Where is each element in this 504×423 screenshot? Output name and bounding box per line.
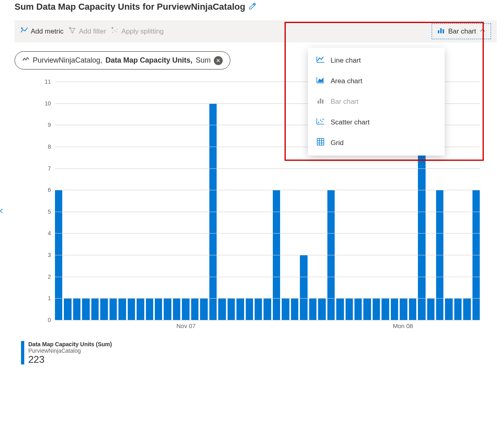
- chart-bar[interactable]: [336, 298, 344, 320]
- chart-bar[interactable]: [409, 298, 416, 320]
- chart-type-dropdown-button[interactable]: Bar chart: [432, 23, 491, 39]
- add-filter-label: Add filter: [79, 27, 106, 36]
- chart-bar[interactable]: [200, 298, 207, 320]
- metric-pill[interactable]: PurviewNinjaCatalog, Data Map Capacity U…: [15, 51, 230, 69]
- chart-bar[interactable]: [128, 298, 135, 320]
- remove-metric-icon[interactable]: ✕: [214, 56, 223, 65]
- grid-line: [55, 255, 480, 255]
- chart-bar[interactable]: [146, 298, 153, 320]
- menu-item-grid[interactable]: Grid: [308, 133, 445, 153]
- edit-title-icon[interactable]: [249, 2, 257, 12]
- y-axis-tick: 7: [39, 165, 51, 172]
- chart-type-label: Bar chart: [448, 27, 476, 36]
- x-axis: Nov 07Mon 08: [55, 320, 480, 332]
- chart-bar[interactable]: [363, 298, 371, 320]
- svg-point-6: [116, 31, 117, 32]
- menu-item-bar-chart: Bar chart: [308, 91, 445, 112]
- filter-plus-icon: [68, 26, 76, 36]
- svg-point-19: [323, 119, 324, 120]
- chart-bar[interactable]: [218, 298, 226, 320]
- chart-bar[interactable]: [427, 298, 434, 320]
- menu-item-line-chart[interactable]: Line chart: [308, 50, 445, 71]
- y-axis-tick: 1: [39, 295, 51, 301]
- line-zigzag-icon: [22, 56, 30, 65]
- apply-splitting-button[interactable]: Apply splitting: [111, 26, 164, 36]
- chart-bar[interactable]: [445, 298, 452, 320]
- grid-line: [55, 190, 480, 190]
- chart-bar[interactable]: [382, 298, 389, 320]
- chart-bar[interactable]: [463, 298, 470, 320]
- legend-value: 223: [28, 354, 112, 365]
- chart-bar[interactable]: [391, 298, 398, 320]
- y-axis-tick: 0: [39, 317, 51, 323]
- svg-point-5: [114, 30, 115, 31]
- svg-rect-11: [440, 28, 441, 34]
- pill-metric: Data Map Capacity Units,: [105, 56, 192, 65]
- chart-toolbar: Add metric Add filter Apply splitting Ba…: [15, 20, 497, 42]
- svg-point-18: [321, 121, 323, 122]
- svg-rect-14: [320, 99, 321, 104]
- page-title-row: Sum Data Map Capacity Units for PurviewN…: [15, 2, 504, 12]
- y-axis-tick: 4: [39, 230, 51, 236]
- chart-bar[interactable]: [82, 298, 89, 320]
- x-axis-tick: Mon 08: [393, 322, 413, 329]
- scatter-plus-icon: [111, 26, 119, 36]
- y-axis-tick: 6: [39, 187, 51, 193]
- chart-bar[interactable]: [91, 298, 99, 320]
- chart-bar[interactable]: [110, 298, 117, 320]
- chart-bar[interactable]: [300, 255, 307, 320]
- svg-point-16: [318, 122, 319, 123]
- chart-bar[interactable]: [228, 298, 235, 320]
- svg-point-17: [320, 120, 321, 121]
- menu-item-area-chart[interactable]: Area chart: [308, 71, 445, 91]
- chart-bar[interactable]: [118, 298, 126, 320]
- chart-bar[interactable]: [73, 298, 80, 320]
- menu-item-label: Line chart: [331, 57, 361, 65]
- grid-line: [55, 277, 480, 277]
- chart-bar[interactable]: [291, 298, 298, 320]
- pill-agg: Sum: [196, 56, 211, 65]
- chart-bar[interactable]: [264, 298, 271, 320]
- svg-rect-10: [438, 30, 439, 34]
- y-axis-tick: 11: [39, 78, 51, 85]
- y-axis-tick: 9: [39, 122, 51, 128]
- chart-bar[interactable]: [64, 298, 71, 320]
- y-axis-tick: 3: [39, 252, 51, 258]
- chart-bar[interactable]: [255, 298, 262, 320]
- chart-bar[interactable]: [346, 298, 353, 320]
- chart-bar[interactable]: [164, 298, 171, 320]
- grid-line: [55, 298, 480, 299]
- legend-subtitle: PurviewNinjaCatalog: [28, 347, 112, 354]
- svg-point-4: [112, 32, 113, 33]
- chart-bar[interactable]: [173, 298, 180, 320]
- grid-line: [55, 212, 480, 212]
- menu-item-scatter-chart[interactable]: Scatter chart: [308, 112, 445, 133]
- chart-bar[interactable]: [282, 298, 289, 320]
- chart-bar[interactable]: [155, 298, 162, 320]
- area-chart-icon: [316, 76, 325, 86]
- svg-rect-13: [318, 101, 319, 103]
- svg-rect-20: [317, 139, 324, 145]
- chart-bar[interactable]: [100, 298, 108, 320]
- add-metric-button[interactable]: Add metric: [20, 26, 63, 36]
- chart-bar[interactable]: [309, 298, 316, 320]
- chart-bar[interactable]: [137, 298, 144, 320]
- pill-resource: PurviewNinjaCatalog,: [33, 56, 102, 65]
- menu-item-label: Bar chart: [331, 98, 358, 106]
- scatter-chart-icon: [316, 117, 325, 128]
- chart-bar[interactable]: [236, 298, 244, 320]
- chart-bar[interactable]: [246, 298, 253, 320]
- chart-bar[interactable]: [318, 298, 325, 320]
- grid-line: [55, 233, 480, 234]
- page-title: Sum Data Map Capacity Units for PurviewN…: [15, 2, 245, 12]
- chart-bar[interactable]: [400, 298, 407, 320]
- collapse-caret-icon[interactable]: [0, 206, 6, 217]
- line-plus-icon: [20, 26, 28, 36]
- x-axis-tick: Nov 07: [176, 322, 196, 329]
- chart-bar[interactable]: [373, 298, 380, 320]
- chart-bar[interactable]: [182, 298, 189, 320]
- chart-bar[interactable]: [191, 298, 198, 320]
- chart-bar[interactable]: [454, 298, 462, 320]
- add-filter-button[interactable]: Add filter: [68, 26, 106, 36]
- chart-bar[interactable]: [354, 298, 362, 320]
